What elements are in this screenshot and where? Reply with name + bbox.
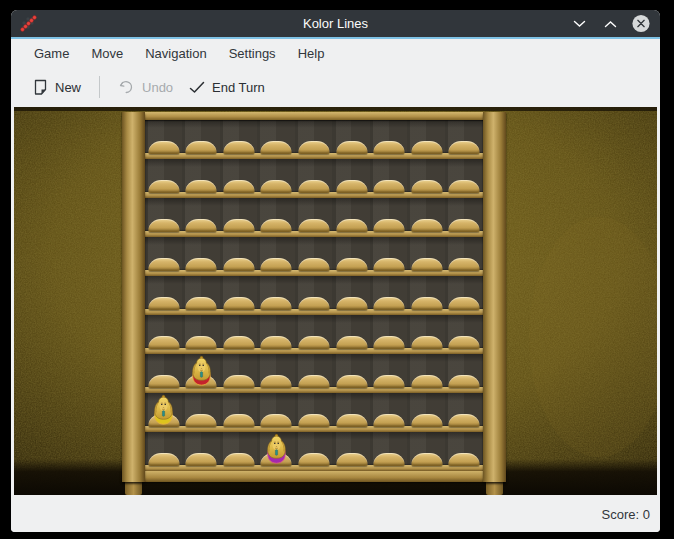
board-cell[interactable] [445,198,483,237]
undo-button[interactable]: Undo [110,74,181,101]
maximize-button[interactable] [601,15,619,33]
board-cell[interactable] [183,432,221,471]
board-cell[interactable] [370,354,408,393]
board-cell[interactable] [370,237,408,276]
board-cell[interactable] [295,159,333,198]
board-cell[interactable] [370,198,408,237]
board-cell[interactable] [295,393,333,432]
board-cell[interactable] [220,159,258,198]
pharaoh-piece-purple[interactable] [263,431,290,466]
board-cell[interactable] [183,120,221,159]
titlebar[interactable]: Kolor Lines [11,10,660,37]
board-cell[interactable] [370,432,408,471]
empty-cell-bump [374,336,405,349]
board-cell[interactable] [183,237,221,276]
minimize-button[interactable] [570,15,588,33]
board-cell[interactable] [408,393,446,432]
board-cell[interactable] [145,432,183,471]
board-cell[interactable] [445,432,483,471]
board-cell[interactable] [145,159,183,198]
empty-cell-bump [186,219,217,232]
menu-help[interactable]: Help [287,42,336,65]
board-cell[interactable] [145,354,183,393]
board-cell[interactable] [408,159,446,198]
board-cell[interactable] [445,120,483,159]
board-cell[interactable] [445,354,483,393]
board-cell[interactable] [333,432,371,471]
board-cell[interactable] [408,198,446,237]
board-cell[interactable] [258,276,296,315]
board-cell[interactable] [370,159,408,198]
board-cell[interactable] [258,159,296,198]
menu-move[interactable]: Move [80,42,134,65]
pharaoh-piece-yellow[interactable] [150,392,177,427]
board-cell[interactable] [220,237,258,276]
board-cell[interactable] [258,393,296,432]
board-cell[interactable] [408,276,446,315]
board-cell[interactable] [445,276,483,315]
board-cell[interactable] [408,432,446,471]
new-button-label: New [55,80,81,95]
board-cell[interactable] [183,159,221,198]
board-cell[interactable] [333,237,371,276]
board-cell[interactable] [295,276,333,315]
board-cell[interactable] [333,393,371,432]
board-cell[interactable] [333,354,371,393]
board-cell[interactable] [183,198,221,237]
board-cell[interactable] [258,315,296,354]
board-cell[interactable] [220,198,258,237]
board-cell[interactable] [220,432,258,471]
empty-cell-bump [223,375,254,388]
board-cell[interactable] [295,237,333,276]
board-cell[interactable] [370,276,408,315]
board-cell[interactable] [258,120,296,159]
board-cell[interactable] [220,120,258,159]
board-cell[interactable] [333,198,371,237]
board-cell[interactable] [220,276,258,315]
board-cell[interactable] [145,237,183,276]
board-cell[interactable] [370,120,408,159]
board-cell[interactable] [295,120,333,159]
board-cell[interactable] [145,315,183,354]
board-cell[interactable] [445,315,483,354]
board-cell[interactable] [295,315,333,354]
end-turn-button[interactable]: End Turn [181,74,273,101]
board-cell[interactable] [370,393,408,432]
board-cell[interactable] [258,354,296,393]
board-cell[interactable] [408,120,446,159]
menu-settings[interactable]: Settings [218,42,287,65]
board-cell[interactable] [445,393,483,432]
board-cell[interactable] [370,315,408,354]
board-cell[interactable] [333,315,371,354]
board-cell[interactable] [333,159,371,198]
game-board-view[interactable] [14,107,657,495]
board-cell[interactable] [408,354,446,393]
board-cell[interactable] [408,315,446,354]
board-cell[interactable] [295,354,333,393]
board-cell[interactable] [258,198,296,237]
new-button[interactable]: New [25,73,89,102]
board-cell[interactable] [183,276,221,315]
board-cell[interactable] [220,315,258,354]
board-cell[interactable] [220,354,258,393]
empty-cell-bump [261,258,292,271]
board-cell[interactable] [295,432,333,471]
board-cell[interactable] [258,237,296,276]
board-cell[interactable] [220,393,258,432]
board-cell[interactable] [183,393,221,432]
board-cell[interactable] [145,276,183,315]
board-cell[interactable] [145,120,183,159]
board-cell[interactable] [183,315,221,354]
board-cell[interactable] [445,237,483,276]
board-cell[interactable] [333,276,371,315]
board-cell[interactable] [408,237,446,276]
board-cell[interactable] [295,198,333,237]
app-window: Kolor Lines Game Move Navigation Setting… [11,10,660,532]
board-cell[interactable] [333,120,371,159]
menu-navigation[interactable]: Navigation [134,42,217,65]
close-button[interactable] [632,15,650,33]
board-cell[interactable] [145,198,183,237]
board-cell[interactable] [445,159,483,198]
menu-game[interactable]: Game [23,42,80,65]
pharaoh-piece-red[interactable] [188,353,215,388]
